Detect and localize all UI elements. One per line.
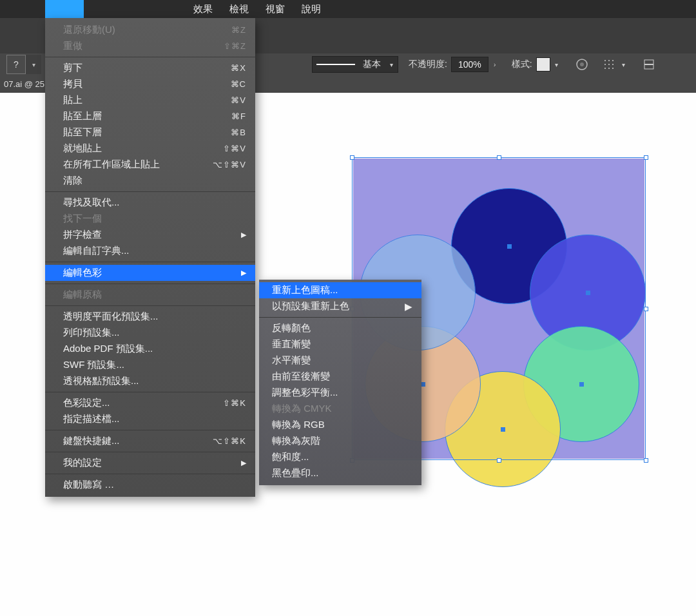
submenu-invert-colors[interactable]: 反轉顏色 [259, 320, 421, 336]
submenu-convert-to-rgb[interactable]: 轉換為 RGB [259, 417, 421, 433]
selection-handle[interactable] [644, 458, 648, 463]
selection-handle[interactable] [497, 458, 501, 463]
svg-point-2 [604, 60, 606, 61]
edit-colors-submenu: 重新上色圖稿... 以預設集重新上色▶ 反轉顏色 垂直漸變 水平漸變 由前至後漸… [259, 280, 421, 485]
menu-custom-dictionary[interactable]: 編輯自訂字典... [45, 243, 255, 259]
submenu-recolor-artwork[interactable]: 重新上色圖稿... [259, 282, 421, 298]
align-icon[interactable] [601, 56, 617, 73]
submenu-overprint-black[interactable]: 黑色疊印... [259, 465, 421, 481]
submenu-blend-vertically[interactable]: 垂直漸變 [259, 336, 421, 352]
selection-handle[interactable] [350, 155, 354, 160]
recolor-icon[interactable] [574, 56, 590, 73]
menu-effects[interactable]: 效果 [193, 3, 213, 15]
menu-paste[interactable]: 貼上⌘V [45, 92, 255, 108]
doc-name-partial: 07.ai @ 25 [0, 79, 44, 89]
menu-paste-back[interactable]: 貼至下層⌘B [45, 124, 255, 140]
svg-point-3 [608, 60, 610, 61]
chevron-down-icon: ▾ [385, 61, 398, 68]
svg-point-7 [612, 64, 614, 65]
menu-help[interactable]: 說明 [302, 3, 321, 15]
menu-window[interactable]: 視窗 [266, 3, 285, 15]
selection-handle[interactable] [644, 155, 648, 160]
menu-print-preset[interactable]: 列印預設集... [45, 325, 255, 341]
align-caret[interactable]: ▾ [617, 61, 630, 68]
submenu-blend-horizontally[interactable]: 水平漸變 [259, 352, 421, 369]
svg-point-6 [608, 64, 610, 65]
svg-point-10 [612, 68, 614, 69]
style-swatch[interactable] [536, 57, 550, 72]
menu-view[interactable]: 檢視 [229, 3, 249, 15]
svg-rect-12 [644, 64, 653, 65]
menu-color-settings[interactable]: 色彩設定...⇧⌘K [45, 395, 255, 411]
submenu-saturate[interactable]: 飽和度... [259, 449, 421, 465]
stroke-line-icon [316, 64, 355, 65]
style-label: 樣式: [512, 59, 532, 70]
menu-clear[interactable]: 清除 [45, 173, 255, 189]
menu-paste-all-artboards[interactable]: 在所有工作區域上貼上⌥⇧⌘V [45, 157, 255, 173]
menubar: 效果 檢視 視窗 說明 [0, 0, 696, 18]
menu-pdf-preset[interactable]: Adobe PDF 預設集... [45, 341, 255, 357]
submenu-convert-to-cmyk: 轉換為 CMYK [259, 401, 421, 417]
menu-edit-original: 編輯原稿 [45, 287, 255, 303]
menu-find-next: 找下一個 [45, 211, 255, 227]
svg-point-9 [608, 68, 610, 69]
menu-perspective-preset[interactable]: 透視格點預設集... [45, 373, 255, 389]
svg-point-4 [612, 60, 614, 61]
style-caret[interactable]: ▾ [550, 61, 563, 68]
stroke-style-label: 基本 [359, 59, 385, 70]
selection-handle[interactable] [644, 307, 648, 311]
opacity-value[interactable]: 100% [451, 57, 488, 72]
transform-icon[interactable] [641, 56, 657, 73]
menu-keyboard-shortcuts[interactable]: 鍵盤快捷鍵...⌥⇧⌘K [45, 433, 255, 449]
menu-spell-check[interactable]: 拼字檢查▶ [45, 227, 255, 243]
opacity-caret[interactable]: › [488, 61, 501, 68]
svg-point-8 [604, 68, 606, 69]
menu-edit-highlight[interactable] [45, 0, 84, 18]
selection-handle[interactable] [497, 155, 501, 160]
opacity-label: 不透明度: [409, 59, 447, 70]
submenu-recolor-with-preset[interactable]: 以預設集重新上色▶ [259, 298, 421, 314]
submenu-adjust-color-balance[interactable]: 調整色彩平衡... [259, 385, 421, 401]
help-icon[interactable]: ? [6, 55, 26, 74]
menu-assign-profile[interactable]: 指定描述檔... [45, 411, 255, 427]
menu-redo: 重做⇧⌘Z [45, 38, 255, 54]
stroke-style-picker[interactable]: 基本 ▾ [312, 56, 398, 73]
menu-undo: 還原移動(U)⌘Z [45, 22, 255, 38]
menu-paste-in-place[interactable]: 就地貼上⇧⌘V [45, 140, 255, 157]
menu-find-replace[interactable]: 尋找及取代... [45, 195, 255, 211]
svg-point-1 [580, 63, 584, 66]
menu-paste-front[interactable]: 貼至上層⌘F [45, 108, 255, 124]
svg-point-5 [604, 64, 606, 65]
menu-my-settings[interactable]: 我的設定▶ [45, 455, 255, 471]
submenu-convert-to-grayscale[interactable]: 轉換為灰階 [259, 433, 421, 449]
menu-start-dictation[interactable]: 啟動聽寫 … [45, 477, 255, 493]
menu-transparency-preset[interactable]: 透明度平面化預設集... [45, 309, 255, 325]
help-dropdown[interactable]: ▾ [26, 55, 41, 74]
menu-swf-preset[interactable]: SWF 預設集... [45, 357, 255, 373]
edit-menu-dropdown: 還原移動(U)⌘Z 重做⇧⌘Z 剪下⌘X 拷貝⌘C 貼上⌘V 貼至上層⌘F 貼至… [45, 18, 255, 497]
menu-copy[interactable]: 拷貝⌘C [45, 76, 255, 92]
submenu-blend-front-to-back[interactable]: 由前至後漸變 [259, 369, 421, 385]
menu-edit-colors[interactable]: 編輯色彩▶ [45, 265, 255, 281]
menu-cut[interactable]: 剪下⌘X [45, 60, 255, 76]
